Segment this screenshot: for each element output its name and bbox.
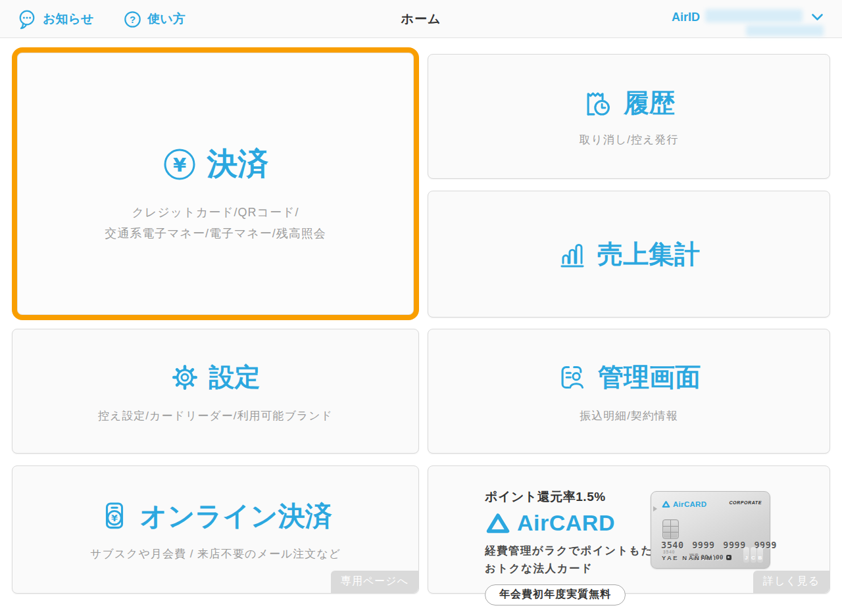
card-mini-mark-icon <box>726 555 731 560</box>
header: お知らせ ? 使い方 ホーム AirID <box>0 0 842 38</box>
settings-title: 設定 <box>209 360 260 395</box>
id-card-person-icon <box>557 363 587 392</box>
admin-screen-subtitle: 振込明細/契約情報 <box>580 408 678 423</box>
right-column: 履歴 取り消し/控え発行 売上集計 <box>428 54 830 594</box>
card-brand-logo: AirCARD <box>662 500 706 508</box>
card-corporate-label: CORPORATE <box>729 500 762 505</box>
bar-chart-icon <box>558 241 587 268</box>
history-subtitle: 取り消し/控え発行 <box>580 132 679 147</box>
online-payment-title: オンライン決済 <box>140 498 332 534</box>
account-name-redacted-2 <box>746 25 824 36</box>
online-page-tag[interactable]: 専用ページへ <box>331 571 418 593</box>
card-bin: 3540 <box>663 550 675 554</box>
payment-card[interactable]: ¥ 決済 クレジットカード/QRコード/ 交通系電子マネー/電子マネー/残高照会 <box>12 47 419 320</box>
card-holo-mark <box>653 506 657 511</box>
admin-screen-title: 管理画面 <box>598 360 701 395</box>
aircard-triangle-logo-icon <box>485 511 511 535</box>
aircard-ad-text: ポイント還元率1.5% AirCARD 経費管理がラクでポイントもたまる おトク… <box>485 488 678 605</box>
history-title: 履歴 <box>624 85 675 121</box>
jcb-logo-icon: J C B <box>743 547 763 563</box>
aircard-copy: 経費管理がラクでポイントもたまる おトクな法人カード <box>485 542 678 577</box>
sales-summary-title: 売上集計 <box>597 237 700 272</box>
payment-title: 決済 <box>207 143 269 185</box>
aircard-brand-text: AirCARD <box>517 510 615 536</box>
account-name-redacted <box>705 9 803 22</box>
online-payment-card[interactable]: ¥ オンライン決済 サブスクや月会費 / 来店不要のメール注文など 専用ページへ <box>12 465 419 594</box>
receipt-clock-icon <box>583 89 613 118</box>
account-menu[interactable]: AirID <box>638 0 835 38</box>
card-holder-name: YAE NANAMI <box>662 554 717 561</box>
gear-icon <box>171 364 199 391</box>
chevron-down-icon[interactable] <box>811 13 824 22</box>
left-column: ¥ 決済 クレジットカード/QRコード/ 交通系電子マネー/電子マネー/残高照会 <box>12 47 419 594</box>
settings-card[interactable]: 設定 控え設定/カードリーダー/利用可能ブランド <box>12 329 419 454</box>
aircard-card-image: AirCARD CORPORATE 3540 9999 9999 9999 35… <box>651 491 770 569</box>
aircard-detail-tag[interactable]: 詳しく見る <box>753 571 830 593</box>
phone-yen-icon: ¥ <box>99 501 130 531</box>
history-card[interactable]: 履歴 取り消し/控え発行 <box>428 54 830 179</box>
settings-subtitle: 控え設定/カードリーダー/利用可能ブランド <box>98 408 333 423</box>
svg-text:¥: ¥ <box>111 513 118 523</box>
admin-screen-card[interactable]: 管理画面 振込明細/契約情報 <box>428 329 830 454</box>
aircard-headline: ポイント還元率1.5% <box>485 488 678 506</box>
aircard-badge: 年会費初年度実質無料 <box>485 584 626 605</box>
svg-text:¥: ¥ <box>172 153 186 176</box>
online-payment-subtitle: サブスクや月会費 / 来店不要のメール注文など <box>90 546 341 561</box>
card-chip <box>662 519 679 539</box>
sales-summary-card[interactable]: 売上集計 <box>428 191 830 318</box>
yen-circle-icon: ¥ <box>162 147 197 181</box>
airid-label: AirID <box>672 11 700 24</box>
payment-subtitle: クレジットカード/QRコード/ 交通系電子マネー/電子マネー/残高照会 <box>17 202 414 245</box>
aircard-ad-card[interactable]: ポイント還元率1.5% AirCARD 経費管理がラクでポイントもたまる おトク… <box>428 465 830 594</box>
